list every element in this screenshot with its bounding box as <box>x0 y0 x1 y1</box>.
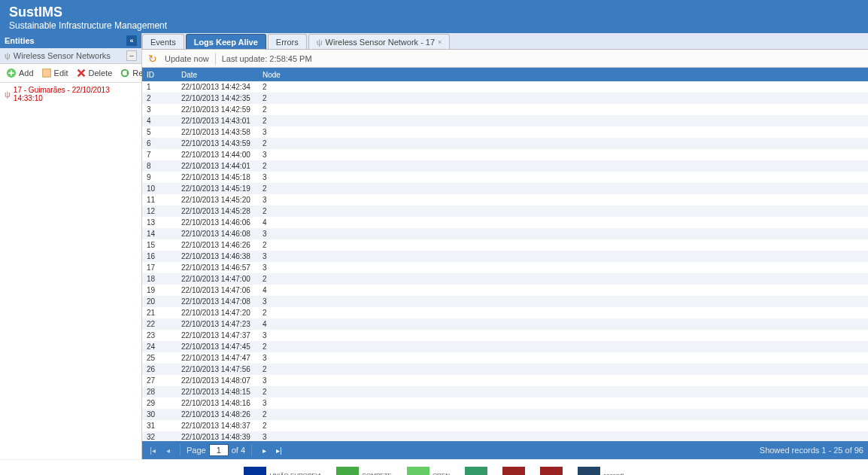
page-input[interactable] <box>209 444 229 456</box>
table-row[interactable]: 2122/10/2013 14:47:202 <box>142 307 868 318</box>
next-page-button[interactable]: ▸ <box>258 444 270 456</box>
sidebar: Entities « ψ Wireless Sensor Networks − … <box>0 33 142 459</box>
table-row[interactable]: 2522/10/2013 14:47:473 <box>142 352 868 364</box>
logo-ascendi: ascendi <box>578 464 624 476</box>
col-date[interactable]: Date <box>177 71 258 79</box>
last-update-label: Last update: 2:58:45 PM <box>222 54 312 63</box>
x-icon <box>76 68 86 78</box>
sidebar-toolbar: Add Edit Delete Refresh <box>0 64 141 83</box>
pager: |◂ ◂ Page of 4 ▸ ▸| Showed records 1 - 2… <box>142 441 868 459</box>
pencil-icon <box>41 68 52 78</box>
table-row[interactable]: 122/10/2013 14:42:342 <box>142 81 868 93</box>
log-grid: ID Date Node 122/10/2013 14:42:342222/10… <box>142 68 868 441</box>
table-row[interactable]: 622/10/2013 14:43:592 <box>142 138 868 149</box>
table-row[interactable]: 2922/10/2013 14:48:163 <box>142 397 868 409</box>
logo-compete: COMPETE <box>336 464 392 476</box>
refresh-icon <box>120 68 130 78</box>
table-row[interactable]: 1722/10/2013 14:46:573 <box>142 262 868 273</box>
add-button[interactable]: Add <box>3 66 37 80</box>
table-row[interactable]: 3022/10/2013 14:48:262 <box>142 409 868 420</box>
svg-rect-1 <box>42 69 50 78</box>
collapse-icon[interactable]: « <box>126 35 137 46</box>
table-row[interactable]: 2022/10/2013 14:47:083 <box>142 296 868 307</box>
table-row[interactable]: 822/10/2013 14:44:012 <box>142 160 868 172</box>
table-row[interactable]: 2322/10/2013 14:47:373 <box>142 330 868 341</box>
table-row[interactable]: 1022/10/2013 14:45:192 <box>142 183 868 194</box>
table-row[interactable]: 1422/10/2013 14:46:083 <box>142 228 868 239</box>
footer: UNIÃO EUROPEIA COMPETE QREN ascendi <box>0 459 868 475</box>
last-page-button[interactable]: ▸| <box>273 444 285 456</box>
table-row[interactable]: 1122/10/2013 14:45:203 <box>142 194 868 206</box>
entities-title: Entities <box>5 36 35 45</box>
table-row[interactable]: 1222/10/2013 14:45:282 <box>142 206 868 217</box>
page-label: Page <box>187 446 206 455</box>
antenna-icon: ψ <box>5 51 11 60</box>
tabbar: Events Logs Keep Alive Errors ψ Wireless… <box>142 33 868 50</box>
table-row[interactable]: 422/10/2013 14:43:012 <box>142 115 868 126</box>
table-row[interactable]: 2722/10/2013 14:48:073 <box>142 375 868 386</box>
table-row[interactable]: 1522/10/2013 14:46:262 <box>142 239 868 251</box>
logo-qren: QREN <box>407 464 450 476</box>
page-of-label: of 4 <box>232 446 245 455</box>
table-row[interactable]: 1322/10/2013 14:46:064 <box>142 217 868 228</box>
prev-page-button[interactable]: ◂ <box>162 444 174 456</box>
grid-header: ID Date Node <box>142 68 868 81</box>
col-node[interactable]: Node <box>258 71 303 79</box>
tree-item-network-17[interactable]: ψ 17 - Guimarães - 22/10/2013 14:33:10 <box>0 83 141 105</box>
table-row[interactable]: 1822/10/2013 14:47:002 <box>142 273 868 285</box>
wsn-subpanel-header[interactable]: ψ Wireless Sensor Networks − <box>0 48 141 64</box>
app-subtitle: Sustainable Infrastructure Management <box>9 20 859 31</box>
plus-icon <box>6 68 17 78</box>
delete-button[interactable]: Delete <box>73 66 116 80</box>
first-page-button[interactable]: |◂ <box>147 444 159 456</box>
table-row[interactable]: 322/10/2013 14:42:592 <box>142 104 868 115</box>
table-row[interactable]: 2822/10/2013 14:48:152 <box>142 386 868 397</box>
grid-body[interactable]: 122/10/2013 14:42:342222/10/2013 14:42:3… <box>142 81 868 441</box>
table-row[interactable]: 722/10/2013 14:44:003 <box>142 149 868 160</box>
table-row[interactable]: 2422/10/2013 14:47:452 <box>142 341 868 352</box>
table-row[interactable]: 222/10/2013 14:42:352 <box>142 93 868 104</box>
close-icon[interactable]: × <box>438 38 442 46</box>
content-area: Events Logs Keep Alive Errors ψ Wireless… <box>142 33 868 459</box>
pager-status: Showed records 1 - 25 of 96 <box>760 446 863 455</box>
entities-panel-header: Entities « <box>0 33 141 48</box>
table-row[interactable]: 922/10/2013 14:45:183 <box>142 172 868 183</box>
tab-events[interactable]: Events <box>142 34 184 49</box>
app-header: SustIMS Sustainable Infrastructure Manag… <box>0 0 868 33</box>
col-id[interactable]: ID <box>142 71 177 79</box>
antenna-icon: ψ <box>5 90 11 99</box>
app-title: SustIMS <box>9 5 859 20</box>
table-row[interactable]: 1622/10/2013 14:46:383 <box>142 251 868 262</box>
tab-logs-keep-alive[interactable]: Logs Keep Alive <box>186 34 266 49</box>
table-row[interactable]: 2622/10/2013 14:47:562 <box>142 364 868 375</box>
antenna-icon: ψ <box>317 38 323 47</box>
tree-item-label: 17 - Guimarães - 22/10/2013 14:33:10 <box>14 86 137 102</box>
table-row[interactable]: 3222/10/2013 14:48:393 <box>142 431 868 441</box>
logo-eu: UNIÃO EUROPEIA <box>244 464 321 476</box>
table-row[interactable]: 3122/10/2013 14:48:372 <box>142 420 868 431</box>
table-row[interactable]: 522/10/2013 14:43:583 <box>142 126 868 138</box>
table-row[interactable]: 1922/10/2013 14:47:064 <box>142 285 868 296</box>
logo-flag2 <box>540 464 563 476</box>
tab-errors[interactable]: Errors <box>268 34 307 49</box>
grid-toolbar: ↻ Update now Last update: 2:58:45 PM <box>142 50 868 68</box>
update-now-icon[interactable]: ↻ <box>147 53 159 65</box>
separator <box>215 53 216 65</box>
update-now-label[interactable]: Update now <box>165 54 209 63</box>
logo-flag1 <box>502 464 525 476</box>
tab-wsn-17[interactable]: ψ Wireless Sensor Network - 17 × <box>308 34 451 49</box>
table-row[interactable]: 2222/10/2013 14:47:234 <box>142 318 868 330</box>
edit-button[interactable]: Edit <box>38 66 71 80</box>
minus-icon[interactable]: − <box>126 50 137 61</box>
logo-um <box>465 464 487 476</box>
wsn-label: Wireless Sensor Networks <box>14 51 111 60</box>
